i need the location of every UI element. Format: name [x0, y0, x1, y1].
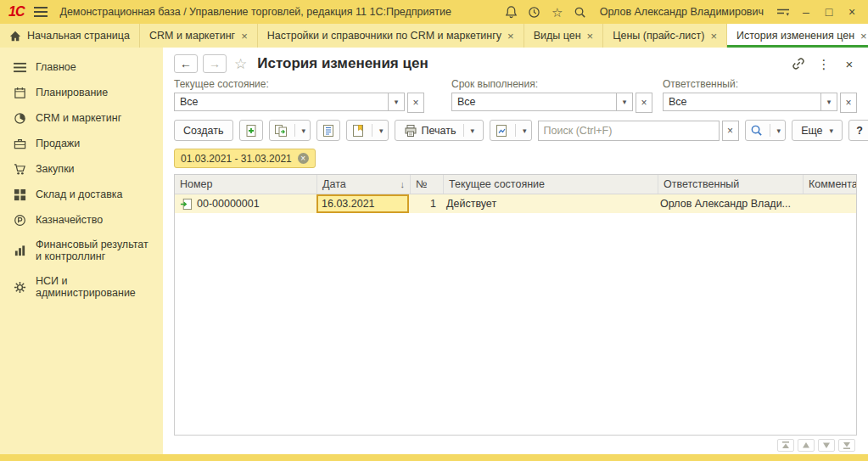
sidebar-item-label: Закупки	[36, 163, 75, 175]
chevron-down-icon[interactable]: ▾	[617, 93, 633, 111]
command-bar-right: ⋮ ×	[791, 56, 857, 71]
cell-responsible: Орлов Александр Влади...	[655, 194, 799, 213]
tab-close-icon[interactable]: ×	[241, 31, 248, 42]
main-menu-icon[interactable]	[31, 3, 50, 21]
remove-period-filter-icon[interactable]: ×	[298, 153, 309, 164]
column-header-responsible[interactable]: Ответственный	[658, 175, 804, 194]
sidebar-item-label: Казначейство	[36, 214, 103, 226]
page-down-icon[interactable]	[818, 439, 835, 452]
cell-date-selected[interactable]: 16.03.2021	[316, 194, 409, 213]
column-header-date[interactable]: Дата ↓	[317, 175, 411, 194]
tab-close-icon[interactable]: ×	[860, 31, 867, 42]
search-input[interactable]	[538, 121, 720, 141]
history-icon[interactable]	[525, 3, 544, 21]
chevron-down-icon[interactable]: ▾	[302, 126, 306, 135]
table-row[interactable]: 00-00000001 16.03.2021 1 Действует Орлов…	[175, 194, 856, 213]
search-icon	[750, 124, 763, 137]
clear-filter-icon[interactable]: ×	[407, 93, 424, 113]
filter-combo: Все ▾ ×	[174, 93, 424, 111]
filter-value[interactable]: Все	[451, 93, 617, 111]
tab-price-list[interactable]: Цены (прайс-лист) ×	[603, 24, 727, 48]
filter-label: Срок выполнения:	[451, 78, 652, 90]
tab-price-kinds[interactable]: Виды цен ×	[524, 24, 604, 48]
filter-due-date: Срок выполнения: Все ▾ ×	[451, 78, 652, 111]
cell-comment	[799, 194, 856, 213]
tab-crm-marketing[interactable]: CRM и маркетинг ×	[140, 24, 258, 48]
more-button[interactable]: Еще ▾	[792, 120, 843, 141]
support-menu-icon[interactable]	[774, 3, 792, 21]
chevron-down-icon[interactable]: ▾	[777, 126, 781, 135]
tab-crm-settings[interactable]: Настройки и справочники по CRM и маркети…	[258, 24, 524, 48]
planning-icon	[13, 86, 26, 99]
notifications-bell-icon[interactable]	[502, 3, 521, 21]
get-link-icon[interactable]	[791, 56, 806, 71]
chevron-down-icon[interactable]: ▾	[379, 126, 384, 135]
more-actions-kebab-icon[interactable]: ⋮	[816, 56, 832, 71]
filter-value[interactable]: Все	[174, 93, 389, 111]
column-header-num[interactable]: №	[411, 175, 444, 194]
go-to-end-icon[interactable]	[838, 439, 855, 452]
filter-label: Текущее состояние:	[174, 78, 424, 90]
tab-close-icon[interactable]: ×	[710, 31, 717, 42]
tab-label: Начальная страница	[27, 30, 130, 42]
list-icon	[322, 124, 335, 138]
create-group-button[interactable]	[239, 120, 263, 141]
sidebar-item-planning[interactable]: Планирование	[0, 80, 163, 105]
list-settings-button[interactable]	[316, 120, 340, 141]
column-header-number[interactable]: Номер	[175, 175, 317, 194]
home-icon	[9, 31, 21, 42]
app-window: 1С Демонстрационная база / Управление то…	[0, 0, 868, 461]
column-header-state[interactable]: Текущее состояние	[444, 175, 658, 194]
tab-close-icon[interactable]: ×	[507, 31, 514, 42]
document-icon	[180, 198, 193, 211]
chevron-down-icon[interactable]: ▾	[471, 126, 475, 135]
search-button[interactable]: ▾	[745, 120, 787, 141]
sidebar-item-finance[interactable]: Финансовый результат и контроллинг	[0, 233, 163, 269]
chevron-down-icon[interactable]: ▾	[821, 93, 837, 111]
filter-label: Ответственный:	[663, 78, 857, 90]
forward-button[interactable]: →	[203, 54, 227, 73]
column-header-comment[interactable]: Комментарий	[804, 175, 856, 194]
filter-value[interactable]: Все	[663, 93, 821, 111]
chevron-down-icon[interactable]: ▾	[523, 126, 527, 135]
sidebar-item-crm[interactable]: CRM и маркетинг	[0, 105, 163, 131]
tab-price-change-history[interactable]: История изменения цен ×	[727, 24, 868, 48]
minimize-button[interactable]: –	[797, 3, 815, 21]
back-button[interactable]: ←	[174, 54, 198, 73]
sidebar-item-sales[interactable]: Продажи	[0, 131, 163, 156]
close-form-icon[interactable]: ×	[842, 56, 857, 71]
sidebar-item-administration[interactable]: НСИ и администрирование	[0, 269, 163, 306]
report-button[interactable]: ▾	[490, 120, 532, 141]
page-up-icon[interactable]	[798, 439, 815, 452]
period-filter-chip[interactable]: 01.03.2021 - 31.03.2021 ×	[174, 149, 316, 168]
copy-icon	[274, 124, 288, 138]
sidebar-item-purchases[interactable]: Закупки	[0, 156, 163, 182]
tab-close-icon[interactable]: ×	[587, 31, 594, 42]
cell-num: 1	[409, 194, 441, 213]
tab-home[interactable]: Начальная страница	[0, 24, 140, 48]
current-user[interactable]: Орлов Александр Владимирович	[600, 6, 764, 18]
sidebar-item-label: Финансовый результат и контроллинг	[36, 239, 156, 263]
bookmark-button[interactable]: ▾	[346, 120, 389, 141]
clear-filter-icon[interactable]: ×	[840, 93, 857, 113]
copy-button[interactable]: ▾	[269, 120, 311, 141]
add-to-favorites-star-icon[interactable]: ☆	[234, 55, 247, 73]
go-to-start-icon[interactable]	[777, 439, 794, 452]
table-header: Номер Дата ↓ № Текущее состояние Ответст…	[175, 175, 856, 194]
chevron-down-icon[interactable]: ▾	[389, 93, 405, 111]
clear-filter-icon[interactable]: ×	[636, 93, 652, 113]
filter-combo: Все ▾ ×	[663, 93, 857, 111]
chevron-down-icon: ▾	[830, 126, 834, 135]
sidebar-item-main[interactable]: Главное	[0, 54, 163, 80]
sidebar-item-warehouse[interactable]: Склад и доставка	[0, 182, 163, 207]
close-window-button[interactable]: ×	[843, 3, 861, 21]
favorites-star-icon[interactable]: ☆	[548, 3, 567, 21]
global-search-icon[interactable]	[571, 3, 590, 21]
sidebar-item-treasury[interactable]: Казначейство	[0, 207, 163, 233]
clear-search-icon[interactable]: ×	[722, 121, 739, 141]
maximize-button[interactable]: □	[820, 3, 838, 21]
print-button[interactable]: Печать ▾	[395, 120, 484, 141]
titlebar: 1С Демонстрационная база / Управление то…	[0, 0, 868, 24]
create-button[interactable]: Создать	[174, 120, 233, 141]
help-button[interactable]: ?	[848, 120, 868, 141]
